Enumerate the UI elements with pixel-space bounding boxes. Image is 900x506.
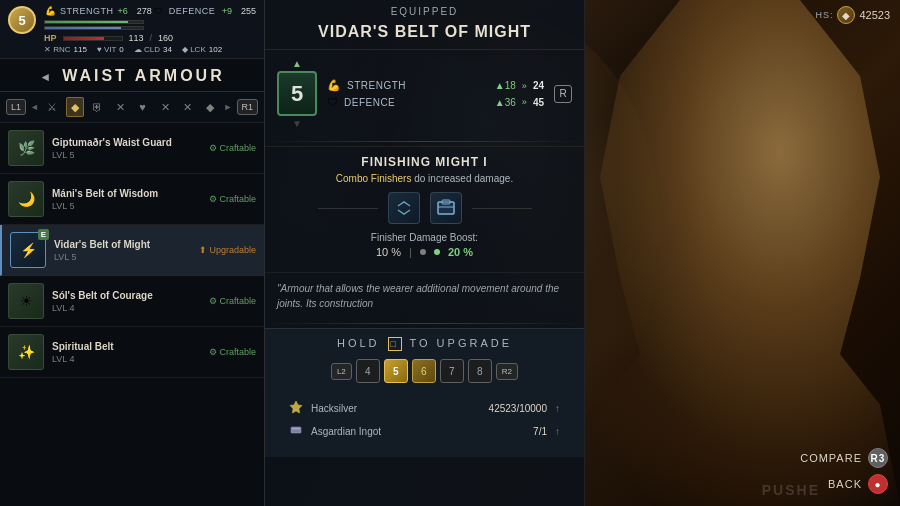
hs-icon: ◆ <box>837 6 855 24</box>
tab-icon-diamond[interactable]: ◆ <box>201 97 220 117</box>
perk-section: FINISHING MIGHT I Combo Finishers do inc… <box>265 146 584 272</box>
tab-icon-shield[interactable]: ◆ <box>66 97 85 117</box>
hp-separator: / <box>150 33 153 43</box>
strength-stat: 💪 STRENGTH +6 278 <box>44 4 152 18</box>
tab-icon-x2[interactable]: ✕ <box>156 97 175 117</box>
equip-status-sol: ⚙ Craftable <box>209 296 256 306</box>
equip-thumb-sol: ☀ <box>8 283 44 319</box>
equip-status-giptumadr: ⚙ Craftable <box>209 143 256 153</box>
circle-button[interactable]: ● <box>868 474 888 494</box>
lvl-btn-4[interactable]: 4 <box>356 359 380 383</box>
hacksilver-arrow: ↑ <box>555 403 560 414</box>
equip-level-mani: LVL 5 <box>52 201 201 211</box>
vit-stat: ♥ VIT 0 <box>97 45 124 54</box>
equip-info-vidar: Vidar's Belt of Might LVL 5 <box>54 239 191 262</box>
item-level-badge: 5 <box>277 71 317 116</box>
rnc-stat: ✕ RNC 115 <box>44 45 87 54</box>
item-defence-boost: ▲36 <box>495 97 516 108</box>
upgrade-button-icon: □ <box>388 337 402 351</box>
l2-btn[interactable]: L2 <box>331 363 352 380</box>
lvl-btn-5-active[interactable]: 5 <box>384 359 408 383</box>
deco-line-2 <box>265 323 584 324</box>
equipment-list: 🌿 Giptumaðr's Waist Guard LVL 5 ⚙ Crafta… <box>0 123 264 378</box>
perk-dot-1 <box>420 249 426 255</box>
equip-item-spiritual[interactable]: ✨ Spiritual Belt LVL 4 ⚙ Craftable <box>0 327 264 378</box>
ingot-name: Asgardian Ingot <box>311 426 525 437</box>
svg-rect-4 <box>291 427 301 433</box>
player-level-badge: 5 <box>8 6 36 34</box>
strength-boost: +6 <box>118 6 128 16</box>
hs-label: HS: <box>815 10 833 20</box>
equip-info-sol: Sól's Belt of Courage LVL 4 <box>52 290 201 313</box>
strength-icon: 💪 <box>44 5 56 17</box>
upgrade-title: HOLD □ TO UPGRADE <box>277 337 572 351</box>
equip-level-sol: LVL 4 <box>52 303 201 313</box>
hp-bar <box>63 36 123 41</box>
equip-name-mani: Máni's Belt of Wisdom <box>52 188 201 199</box>
r3-button[interactable]: R3 <box>868 448 888 468</box>
item-defence-icon: 🛡 <box>327 96 338 108</box>
tab-icon-x1[interactable]: ✕ <box>111 97 130 117</box>
hacksilver-amount: 42523/10000 <box>489 403 547 414</box>
equip-item-mani[interactable]: 🌙 Máni's Belt of Wisdom LVL 5 ⚙ Craftabl… <box>0 174 264 225</box>
upgrade-section: HOLD □ TO UPGRADE L2 4 5 6 7 8 R2 Hacksi… <box>265 328 584 457</box>
tab-icon-heart[interactable]: ♥ <box>133 97 152 117</box>
equipped-label: Equipped <box>265 0 584 20</box>
defence-icon: 🛡 <box>153 5 165 17</box>
tab-arrow-right: ► <box>224 102 233 112</box>
item-description: "Armour that allows the wearer additiona… <box>265 272 584 319</box>
svg-marker-3 <box>290 401 302 413</box>
defence-stat: 🛡 DEFENCE +9 255 <box>153 4 256 18</box>
craftable-icon-3: ⚙ <box>209 296 217 306</box>
equip-item-giptumadr[interactable]: 🌿 Giptumaðr's Waist Guard LVL 5 ⚙ Crafta… <box>0 123 264 174</box>
equip-thumb-spiritual: ✨ <box>8 334 44 370</box>
ingot-icon <box>289 423 303 440</box>
hp-label: HP <box>44 33 57 43</box>
tab-icons-row: L1 ◄ ⚔ ◆ ⛨ ✕ ♥ ✕ ✕ ◆ ► R1 <box>0 92 264 123</box>
lvl-btn-8[interactable]: 8 <box>468 359 492 383</box>
perk-desc-suffix: do increased damage. <box>414 173 513 184</box>
equip-info-spiritual: Spiritual Belt LVL 4 <box>52 341 201 364</box>
ingot-amount: 7/1 <box>533 426 547 437</box>
craftable-label-3: Craftable <box>219 296 256 306</box>
compare-btn-row[interactable]: COMPARE R3 <box>800 448 888 468</box>
deco-line-1 <box>265 141 584 142</box>
defence-label: DEFENCE <box>169 6 218 16</box>
item-strength-boost: ▲18 <box>495 80 516 91</box>
section-title: WAIST ARMOUR <box>0 59 264 92</box>
defence-value: 255 <box>236 6 256 16</box>
tab-icon-x3[interactable]: ✕ <box>178 97 197 117</box>
tab-icon-helmet[interactable]: ⛨ <box>88 97 107 117</box>
ingot-arrow: ↑ <box>555 426 560 437</box>
perk-boost-values: 10 % | 20 % <box>277 246 572 258</box>
hold-label: HOLD <box>337 337 386 349</box>
strength-bar <box>44 20 144 24</box>
cld-stat: ☁ CLD 34 <box>134 45 172 54</box>
back-label: BACK <box>828 478 862 490</box>
hs-value: 42523 <box>859 9 890 21</box>
equip-info-giptumadr: Giptumaðr's Waist Guard LVL 5 <box>52 137 201 160</box>
main-stats-grid: 💪 STRENGTH +6 278 🛡 DEFENCE +9 255 <box>44 4 256 18</box>
tab-icon-sword[interactable]: ⚔ <box>43 97 62 117</box>
defence-boost: +9 <box>222 6 232 16</box>
craftable-label-2: Craftable <box>219 194 256 204</box>
shoulder-right-btn[interactable]: R1 <box>237 99 259 115</box>
r2-btn[interactable]: R2 <box>496 363 518 380</box>
svg-rect-1 <box>442 200 450 204</box>
perk-divider-right <box>472 208 532 209</box>
back-btn-row[interactable]: BACK ● <box>828 474 888 494</box>
left-panel: 5 💪 STRENGTH +6 278 🛡 DEFENCE +9 255 <box>0 0 265 506</box>
hp-max: 160 <box>158 33 173 43</box>
equip-item-vidar[interactable]: ⚡ E Vidar's Belt of Might LVL 5 ⬆ Upgrad… <box>0 225 264 276</box>
equip-item-sol[interactable]: ☀ Sól's Belt of Courage LVL 4 ⚙ Craftabl… <box>0 276 264 327</box>
equip-name-spiritual: Spiritual Belt <box>52 341 201 352</box>
level-arrow-up: ▲ <box>292 58 302 69</box>
item-strength-row: 💪 STRENGTH ▲18 » 24 <box>327 77 544 94</box>
lvl-btn-6[interactable]: 6 <box>412 359 436 383</box>
shoulder-left-btn[interactable]: L1 <box>6 99 26 115</box>
perk-boost-row: Finisher Damage Boost: 10 % | 20 % <box>277 232 572 258</box>
craftable-label-4: Craftable <box>219 347 256 357</box>
hacksilver-icon <box>289 400 303 417</box>
lvl-btn-7[interactable]: 7 <box>440 359 464 383</box>
level-selector[interactable]: L2 4 5 6 7 8 R2 <box>277 359 572 383</box>
